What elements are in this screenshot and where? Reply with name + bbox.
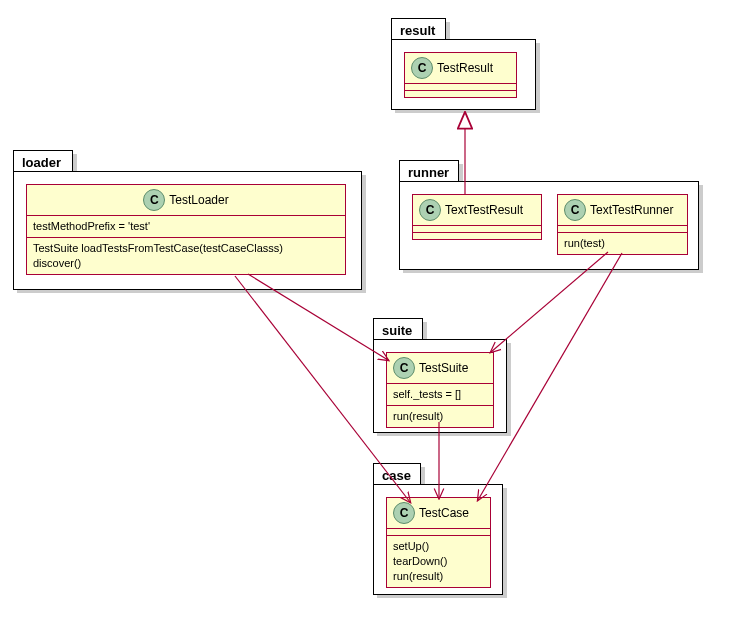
package-suite: suite C TestSuite self._tests = [] run(r… xyxy=(373,318,507,433)
class-texttestresult-name: TextTestResult xyxy=(445,203,523,217)
class-icon: C xyxy=(393,502,415,524)
class-testloader-name: TestLoader xyxy=(169,193,228,207)
connectors xyxy=(0,0,739,624)
package-case: case C TestCase setUp() tearDown() run(r… xyxy=(373,463,503,595)
class-testcase-name: TestCase xyxy=(419,506,469,520)
class-testresult: C TestResult xyxy=(404,52,517,98)
class-testsuite-attrs: self._tests = [] xyxy=(387,384,493,406)
class-testloader-methods: TestSuite loadTestsFromTestCase(testCase… xyxy=(27,238,345,274)
package-runner: runner C TextTestResult C TextTestRunner… xyxy=(399,160,699,270)
class-testresult-name: TestResult xyxy=(437,61,493,75)
class-texttestrunner: C TextTestRunner run(test) xyxy=(557,194,688,255)
class-icon: C xyxy=(143,189,165,211)
package-suite-label: suite xyxy=(373,318,423,340)
class-testloader: C TestLoader testMethodPrefix = 'test' T… xyxy=(26,184,346,275)
class-texttestrunner-name: TextTestRunner xyxy=(590,203,673,217)
package-case-label: case xyxy=(373,463,421,485)
package-loader: loader C TestLoader testMethodPrefix = '… xyxy=(13,150,362,290)
class-icon: C xyxy=(564,199,586,221)
class-icon: C xyxy=(393,357,415,379)
package-result: result C TestResult xyxy=(391,18,536,110)
class-testcase: C TestCase setUp() tearDown() run(result… xyxy=(386,497,491,588)
package-result-label: result xyxy=(391,18,446,40)
class-icon: C xyxy=(411,57,433,79)
class-icon: C xyxy=(419,199,441,221)
class-texttestresult: C TextTestResult xyxy=(412,194,542,240)
package-loader-label: loader xyxy=(13,150,73,172)
class-testloader-attrs: testMethodPrefix = 'test' xyxy=(27,216,345,238)
class-testsuite: C TestSuite self._tests = [] run(result) xyxy=(386,352,494,428)
package-runner-label: runner xyxy=(399,160,459,182)
class-testsuite-methods: run(result) xyxy=(387,406,493,427)
class-texttestrunner-methods: run(test) xyxy=(558,233,687,254)
class-testsuite-name: TestSuite xyxy=(419,361,468,375)
class-testcase-methods: setUp() tearDown() run(result) xyxy=(387,536,490,587)
